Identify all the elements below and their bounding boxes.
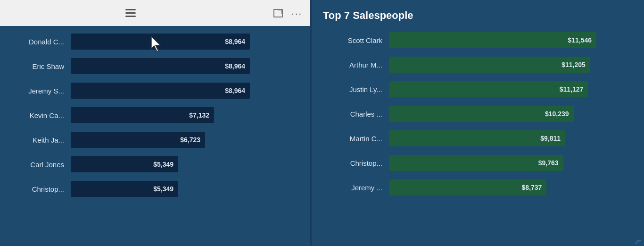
menu-lines-icon[interactable] [125, 9, 136, 17]
left-bar-value: $8,964 [225, 38, 245, 45]
left-bar-name: Christop... [9, 185, 71, 193]
left-bar-value: $6,723 [180, 136, 200, 144]
right-bar-container: $9,811 [389, 130, 633, 146]
right-bar-value: $9,763 [538, 159, 559, 167]
right-bar-fill: $11,546 [389, 32, 596, 48]
watermark: inhi [634, 238, 642, 246]
right-bar-name: Justin Ly... [323, 85, 389, 93]
left-bar-name: Eric Shaw [9, 62, 71, 70]
left-panel: ··· Donald C...$8,964Eric Shaw$8,964Jere… [0, 0, 312, 246]
right-bar-value: $11,205 [561, 61, 586, 68]
left-bar-name: Jeremy S... [9, 87, 71, 95]
expand-icon[interactable] [273, 9, 283, 17]
right-bar-fill: $11,127 [389, 81, 588, 97]
right-bar-value: $9,811 [540, 135, 561, 142]
right-bar-container: $11,546 [389, 32, 633, 48]
right-panel-title: Top 7 Salespeople [323, 9, 633, 22]
left-bar-row: Jeremy S...$8,964 [9, 80, 300, 102]
left-bar-name: Donald C... [9, 38, 71, 46]
left-bar-row: Donald C...$8,964 [9, 31, 300, 52]
left-bar-container: $7,132 [71, 107, 300, 123]
right-bar-row: Justin Ly...$11,127 [323, 78, 633, 100]
left-bar-container: $5,349 [71, 181, 300, 197]
left-bar-fill: $8,964 [71, 34, 250, 50]
right-bar-row: Charles ...$10,239 [323, 103, 633, 125]
left-bar-chart: Donald C...$8,964Eric Shaw$8,964Jeremy S… [0, 26, 310, 246]
right-bar-row: Scott Clark$11,546 [323, 29, 633, 51]
right-bar-fill: $8,737 [389, 179, 546, 195]
right-bar-name: Arthur M... [323, 61, 389, 69]
left-bar-value: $8,964 [225, 62, 245, 70]
left-bar-value: $8,964 [225, 87, 245, 94]
left-bar-name: Kevin Ca... [9, 111, 71, 119]
right-bar-row: Christop...$9,763 [323, 152, 633, 174]
left-bar-fill: $6,723 [71, 132, 205, 148]
right-bar-container: $8,737 [389, 179, 633, 195]
left-bar-fill: $7,132 [71, 107, 214, 123]
left-bar-fill: $5,349 [71, 156, 178, 172]
right-bar-value: $10,239 [545, 110, 569, 118]
left-bar-value: $5,349 [153, 185, 173, 193]
right-bar-fill: $11,205 [389, 57, 590, 73]
left-bar-container: $8,964 [71, 83, 300, 99]
left-bar-container: $8,964 [71, 58, 300, 74]
left-bar-fill: $8,964 [71, 83, 250, 99]
left-bar-name: Carl Jones [9, 161, 71, 169]
right-bar-value: $11,127 [560, 85, 584, 93]
left-bar-container: $6,723 [71, 132, 300, 148]
right-bar-fill: $10,239 [389, 106, 574, 122]
right-bar-name: Martin C... [323, 135, 389, 143]
toolbar: ··· [0, 0, 310, 26]
right-bar-fill: $9,763 [389, 155, 563, 171]
right-bar-name: Scott Clark [323, 36, 389, 44]
right-bar-fill: $9,811 [389, 130, 565, 146]
right-panel: Top 7 Salespeople Scott Clark$11,546Arth… [312, 0, 644, 246]
more-options-icon[interactable]: ··· [291, 8, 302, 18]
left-bar-container: $8,964 [71, 34, 300, 50]
right-bar-row: Jeremy ...$8,737 [323, 177, 633, 198]
right-bar-value: $8,737 [522, 184, 542, 191]
left-bar-fill: $8,964 [71, 58, 250, 74]
right-bar-container: $11,127 [389, 81, 633, 97]
left-bar-row: Keith Ja...$6,723 [9, 129, 300, 151]
right-bar-name: Christop... [323, 159, 389, 167]
right-bar-name: Charles ... [323, 110, 389, 118]
right-bar-name: Jeremy ... [323, 184, 389, 192]
right-bar-container: $9,763 [389, 155, 633, 171]
left-bar-row: Carl Jones$5,349 [9, 153, 300, 175]
right-bar-row: Arthur M...$11,205 [323, 54, 633, 76]
left-bar-container: $5,349 [71, 156, 300, 172]
left-bar-row: Kevin Ca...$7,132 [9, 104, 300, 126]
left-bar-value: $5,349 [153, 161, 173, 168]
left-bar-row: Eric Shaw$8,964 [9, 55, 300, 77]
left-bar-value: $7,132 [189, 111, 209, 119]
left-bar-name: Keith Ja... [9, 136, 71, 144]
left-bar-row: Christop...$5,349 [9, 178, 300, 200]
right-bar-container: $11,205 [389, 57, 633, 73]
right-bar-value: $11,546 [568, 36, 592, 44]
right-bar-container: $10,239 [389, 106, 633, 122]
right-bar-row: Martin C...$9,811 [323, 127, 633, 149]
right-bar-chart: Scott Clark$11,546Arthur M...$11,205Just… [323, 29, 633, 201]
left-bar-fill: $5,349 [71, 181, 178, 197]
